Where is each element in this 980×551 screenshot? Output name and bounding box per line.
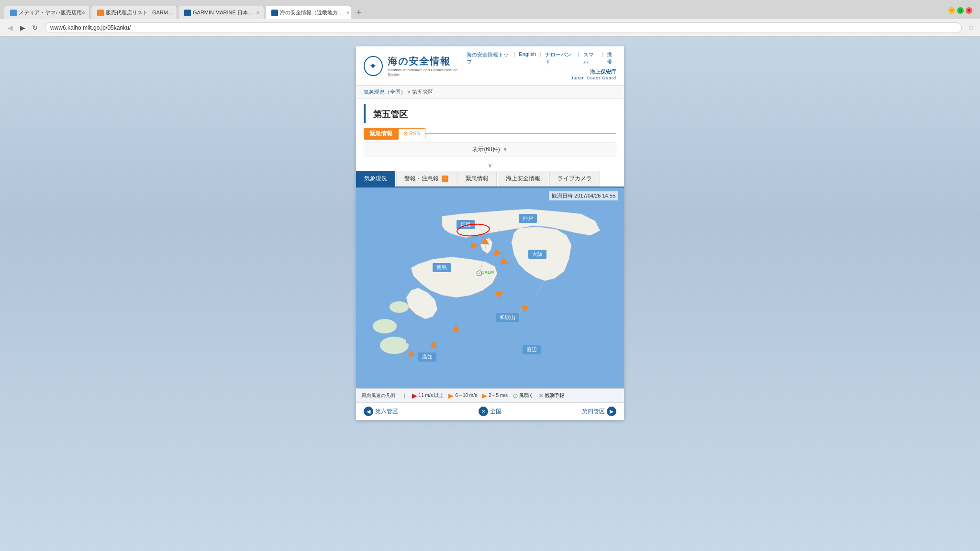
new-tab-button[interactable]: + [352, 6, 366, 19]
bottom-nav: ◀ 第六管区 ⊙ 全国 第四管区 ▶ [356, 402, 624, 420]
breadcrumb: 気象現況（全国） > 第五管区 [356, 86, 624, 99]
nav-link-smartphone[interactable]: スマホ [583, 51, 598, 66]
site-logo: ✦ 海の安全情報 Maritime Information and Commun… [364, 55, 467, 77]
legend-label-mid: 6～10 m/s [455, 392, 477, 399]
legend-label-calm: 風弱く [519, 392, 534, 399]
nav-next-button[interactable]: 第四管区 ▶ [582, 407, 616, 416]
legend-item-low: ▶ 2～5 m/s [482, 392, 508, 399]
urgent-bar: 緊急情報 ⊠ RSS [364, 128, 616, 140]
maximize-button[interactable]: □ [957, 7, 964, 14]
legend-calm-icon: ⊙ [512, 392, 518, 399]
prev-arrow-icon: ◀ [364, 407, 373, 416]
tab-1[interactable]: メディア・ヤマハ販売店用○… ✕ [4, 6, 90, 19]
urgent-line [425, 133, 616, 134]
nav-center-button[interactable]: ⊙ 全国 [479, 407, 501, 416]
nav-prev-label: 第六管区 [375, 408, 398, 416]
nav-prev-button[interactable]: ◀ 第六管区 [364, 407, 398, 416]
nav-link-english[interactable]: English [519, 51, 536, 66]
breadcrumb-link-national[interactable]: 気象現況（全国） [364, 89, 406, 95]
tab-favicon-2 [97, 10, 104, 16]
warning-icon: ! [442, 176, 448, 182]
dropdown-arrow-icon: ▼ [503, 147, 508, 152]
legend-item-high: ▶ 11 m/s 以上 [412, 392, 444, 399]
urgent-badge[interactable]: 緊急情報 [364, 128, 398, 140]
nav-next-label: 第四管区 [582, 408, 605, 416]
legend-arrow-low-icon: ▶ [482, 392, 487, 399]
tab-weather[interactable]: 気象現況 [356, 171, 395, 187]
legend-label-unknown: 観測予報 [545, 392, 564, 399]
breadcrumb-current: 第五管区 [412, 89, 433, 95]
location-wakayama[interactable]: 和歌山 [496, 313, 519, 322]
tab-close-2[interactable]: ✕ [176, 10, 177, 15]
tab-warnings[interactable]: 警報・注意報 ! [396, 171, 457, 187]
bookmark-button[interactable]: ☆ [966, 23, 976, 32]
tab-maritime-safety[interactable]: 海上安全情報 [498, 171, 548, 187]
legend-label-high: 11 m/s 以上 [419, 392, 444, 399]
tab-favicon-3 [184, 10, 191, 16]
tab-favicon-1 [10, 10, 17, 16]
tab-urgent[interactable]: 緊急情報 [457, 171, 497, 187]
legend-bar: 風向風速の凡例 | ▶ 11 m/s 以上 ▶ 6～10 m/s ▶ 2～5 m… [356, 388, 624, 402]
location-tanabe[interactable]: 田辺 [523, 345, 541, 354]
address-bar[interactable]: www6.kaiho.mlit.go.jp/05kanku/ [45, 22, 962, 33]
svg-point-8 [380, 337, 409, 354]
reload-button[interactable]: ↻ [29, 22, 41, 34]
jcg-subtitle: Japan Coast Guard [571, 76, 616, 80]
location-tokushima[interactable]: 徳島 [433, 263, 451, 272]
window-controls: − □ ✕ [948, 7, 972, 14]
close-button[interactable]: ✕ [966, 7, 972, 14]
map-container: 観測日時 2017/04/26 14:55 [356, 187, 624, 388]
tab-4[interactable]: 海の安全情報（近畿地方… ✕ [265, 6, 351, 19]
nav-center-label: 全国 [490, 408, 501, 416]
legend-title: 風向風速の凡例 [362, 392, 395, 399]
forward-button[interactable]: ▶ [16, 22, 29, 34]
site-title: 海の安全情報 [388, 55, 467, 68]
chevron-down-icon: ∨ [356, 159, 624, 171]
tab-2[interactable]: 販売代理店リスト | GARM… ✕ [91, 6, 177, 19]
tab-close-3[interactable]: ✕ [256, 10, 260, 15]
svg-point-7 [373, 319, 397, 333]
page-title: 第五管区 [364, 104, 616, 123]
nav-link-narrowband[interactable]: ナローバンド [545, 51, 574, 66]
header-right: 海の安全情報トップ | English | ナローバンド | スマホ | 携帯 … [467, 51, 616, 80]
nav-link-top[interactable]: 海の安全情報トップ [467, 51, 510, 66]
tabs-row: 気象現況 警報・注意報 ! 緊急情報 海上安全情報 ライブカメラ [356, 171, 624, 187]
location-kochi[interactable]: 高知 [418, 353, 436, 362]
point-marker-1 [406, 341, 409, 343]
tab-3[interactable]: GARMIN MARINE 日本… ✕ [178, 6, 264, 19]
jcg-name: 海上保安庁 [571, 68, 616, 76]
map-svg [356, 187, 624, 388]
back-button[interactable]: ◀ [4, 22, 16, 34]
next-arrow-icon: ▶ [607, 407, 616, 416]
legend-item-calm: ⊙ 風弱く [512, 392, 534, 399]
center-arrow-icon: ⊙ [479, 407, 488, 416]
page-wrapper: ✦ 海の安全情報 Maritime Information and Commun… [0, 37, 980, 430]
map-timestamp: 観測日時 2017/04/26 14:55 [549, 191, 618, 200]
legend-label-low: 2～5 m/s [489, 392, 508, 399]
minimize-button[interactable]: − [948, 7, 955, 14]
legend-item-unknown: ✕ 観測予報 [538, 392, 564, 399]
legend-arrow-high-icon: ▶ [412, 392, 417, 399]
svg-point-6 [390, 301, 409, 313]
display-dropdown[interactable]: 表示(68件) ▼ [364, 143, 616, 156]
rss-button[interactable]: ⊠ RSS [398, 128, 425, 139]
wind-marker-1: ▶ [471, 239, 478, 251]
location-osaka[interactable]: 大阪 [528, 250, 546, 259]
browser-chrome: メディア・ヤマハ販売店用○… ✕ 販売代理店リスト | GARM… ✕ GARM… [0, 0, 980, 37]
jcg-logo: 海上保安庁 Japan Coast Guard [571, 68, 616, 80]
tab-close-4[interactable]: ✕ [346, 10, 350, 15]
legend-x-icon: ✕ [538, 392, 544, 399]
legend-item-mid: ▶ 6～10 m/s [448, 392, 477, 399]
compass-icon: ✦ [364, 56, 383, 76]
tab-favicon-4 [271, 10, 278, 16]
header-nav-links: 海の安全情報トップ | English | ナローバンド | スマホ | 携帯 [467, 51, 616, 66]
nav-link-mobile[interactable]: 携帯 [607, 51, 616, 66]
site-header: ✦ 海の安全情報 Maritime Information and Commun… [356, 46, 624, 86]
browser-toolbar: ◀ ▶ ↻ www6.kaiho.mlit.go.jp/05kanku/ ☆ [0, 19, 980, 36]
legend-arrow-mid-icon: ▶ [448, 392, 454, 399]
tab-live-camera[interactable]: ライブカメラ [549, 171, 600, 187]
site-subtitle: Maritime Information and Communication S… [388, 68, 467, 77]
wind-marker-calm-label-1: CALM [481, 270, 494, 275]
location-kobe[interactable]: 神戸 [519, 214, 537, 223]
page-content: ✦ 海の安全情報 Maritime Information and Commun… [356, 46, 624, 420]
